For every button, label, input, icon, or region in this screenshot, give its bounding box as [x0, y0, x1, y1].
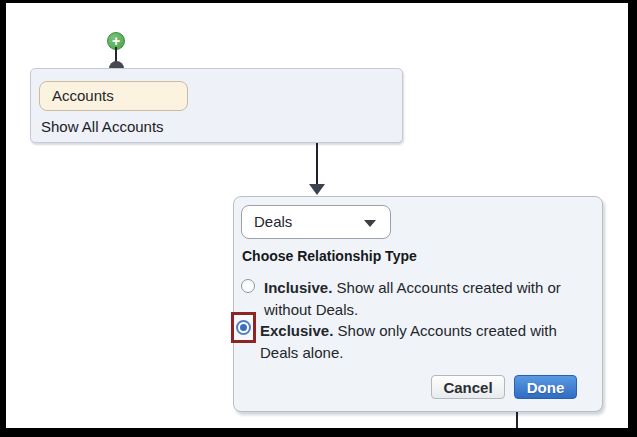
- option-exclusive-label[interactable]: Exclusive. Show only Accounts created wi…: [260, 320, 560, 364]
- screenshot-frame: + Accounts Show All Accounts Deals Choos…: [0, 0, 637, 437]
- connector-line-below-panel: [516, 412, 518, 429]
- option-inclusive-desc-2: without Deals.: [264, 299, 576, 321]
- relationship-type-heading: Choose Relationship Type: [242, 248, 417, 264]
- option-exclusive-desc-1: Show only Accounts created with: [333, 322, 556, 339]
- option-exclusive-title: Exclusive.: [260, 322, 333, 339]
- option-inclusive-label[interactable]: Inclusive. Show all Accounts created wit…: [264, 277, 576, 321]
- connector-arrow-line: [316, 143, 318, 184]
- option-inclusive[interactable]: Inclusive. Show all Accounts created wit…: [241, 277, 576, 321]
- module-dropdown[interactable]: Deals: [241, 205, 391, 239]
- relationship-config-panel: Deals Choose Relationship Type Inclusive…: [233, 196, 603, 412]
- accounts-node[interactable]: Accounts Show All Accounts: [30, 68, 403, 143]
- option-exclusive-desc-2: Deals alone.: [260, 342, 560, 364]
- chevron-down-icon: [364, 220, 376, 227]
- radio-inclusive[interactable]: [241, 279, 255, 293]
- module-dropdown-value: Deals: [254, 206, 292, 238]
- accounts-node-criteria: Show All Accounts: [41, 118, 164, 135]
- connector-arrowhead-icon: [309, 184, 325, 195]
- builder-canvas: + Accounts Show All Accounts Deals Choos…: [6, 3, 628, 428]
- accounts-module-chip[interactable]: Accounts: [39, 81, 188, 111]
- cancel-button[interactable]: Cancel: [431, 375, 505, 399]
- highlight-annotation-box: [231, 312, 256, 343]
- option-inclusive-title: Inclusive.: [264, 279, 332, 296]
- option-inclusive-desc-1: Show all Accounts created with or: [332, 279, 560, 296]
- radio-exclusive[interactable]: [236, 320, 251, 335]
- done-button[interactable]: Done: [514, 375, 577, 399]
